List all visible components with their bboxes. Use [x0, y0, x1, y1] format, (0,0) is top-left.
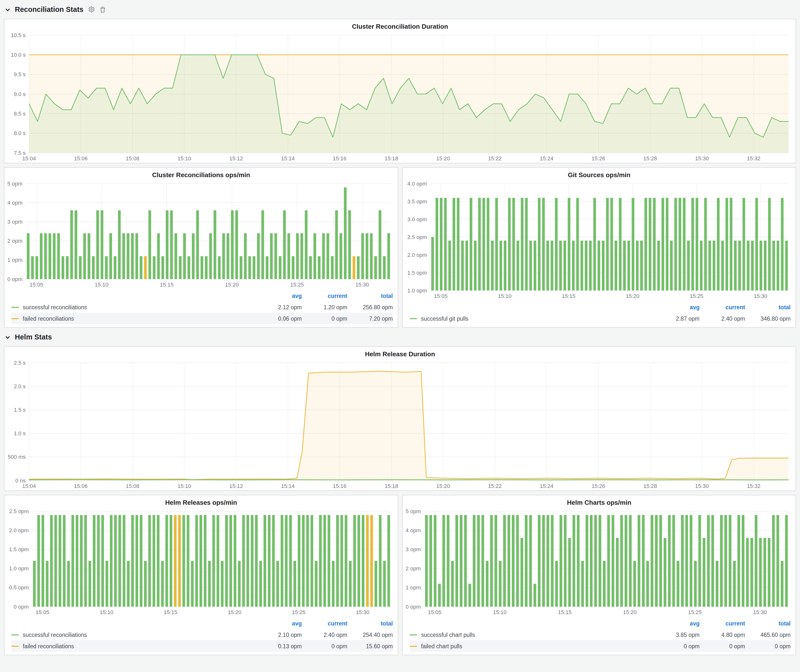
svg-text:1 opm: 1 opm [7, 257, 22, 263]
legend-col-total[interactable]: total [745, 304, 790, 310]
svg-text:0 opm: 0 opm [14, 604, 29, 610]
legend-current-value: 0 opm [302, 315, 347, 322]
svg-text:2 opm: 2 opm [406, 565, 421, 571]
svg-text:5 opm: 5 opm [406, 508, 421, 514]
svg-text:15:10: 15:10 [178, 483, 191, 489]
svg-text:15:14: 15:14 [281, 483, 294, 489]
svg-text:15:30: 15:30 [695, 483, 709, 489]
svg-text:2 opm: 2 opm [7, 238, 22, 244]
svg-text:4.0 opm: 4.0 opm [407, 181, 427, 187]
svg-text:15:05: 15:05 [30, 282, 43, 288]
panel-git-sources: Git Sources ops/min 4.0 opm3.5 opm3.0 op… [402, 167, 796, 328]
svg-text:15:15: 15:15 [562, 293, 575, 299]
legend-col-total[interactable]: total [745, 620, 790, 626]
svg-text:1.5 opm: 1.5 opm [9, 546, 29, 552]
legend-col-current[interactable]: current [699, 304, 745, 310]
svg-text:5 opm: 5 opm [7, 181, 22, 187]
panel-cluster-reconciliation-duration: Cluster Reconciliation Duration 10.5 s10… [4, 19, 796, 163]
helm-charts-chart[interactable]: 5 opm4 opm3 opm2 opm1 opm0 opm15:0515:10… [404, 508, 792, 617]
legend-avg-value: 0.13 opm [256, 643, 302, 649]
svg-text:15:10: 15:10 [95, 282, 108, 288]
legend-col-current[interactable]: current [699, 620, 745, 626]
row-header-helm-stats[interactable]: Helm Stats [4, 331, 796, 342]
svg-text:0 ns: 0 ns [15, 478, 26, 484]
panel-helm-release-duration: Helm Release Duration 2.5 s2.0 s1.5 s1.0… [4, 346, 796, 491]
legend: avg current total successful git pulls 2… [403, 300, 795, 327]
helm-release-duration-chart[interactable]: 2.5 s2.0 s1.5 s1.0 s500 ms0 ns15:0415:06… [5, 360, 792, 490]
svg-text:15:08: 15:08 [126, 155, 139, 162]
svg-text:15:26: 15:26 [592, 155, 605, 162]
row-header-reconciliation-stats[interactable]: Reconciliation Stats [4, 4, 796, 15]
dashboard: Reconciliation Stats Cluster Reconciliat… [0, 0, 800, 672]
legend-current-value: 0 opm [302, 643, 347, 649]
legend-current-value: 1.20 opm [302, 304, 347, 310]
gear-icon[interactable] [88, 6, 95, 13]
legend-col-avg[interactable]: avg [654, 620, 699, 626]
svg-text:15:18: 15:18 [385, 155, 398, 162]
svg-text:15:20: 15:20 [225, 282, 239, 288]
section-title: Reconciliation Stats [15, 5, 83, 13]
legend-avg-value: 2.10 opm [256, 632, 302, 638]
legend-label[interactable]: successful chart pulls [421, 632, 475, 638]
legend-col-total[interactable]: total [347, 293, 393, 299]
svg-text:1.5 s: 1.5 s [14, 407, 26, 413]
svg-text:2.5 s: 2.5 s [14, 360, 26, 366]
svg-text:15:16: 15:16 [333, 483, 346, 489]
svg-text:15:12: 15:12 [229, 155, 243, 162]
panel-title[interactable]: Cluster Reconciliation Duration [5, 19, 795, 31]
panel-title[interactable]: Git Sources ops/min [403, 168, 795, 180]
legend-header-row: avg current total [410, 301, 790, 313]
chevron-down-icon[interactable] [5, 334, 10, 340]
legend-header-row: avg current total [11, 290, 393, 301]
legend-header-row: avg current total [11, 618, 393, 629]
svg-text:15:10: 15:10 [498, 293, 512, 299]
svg-text:15:25: 15:25 [292, 609, 306, 615]
svg-text:10.0 s: 10.0 s [11, 52, 26, 58]
legend-label[interactable]: successful git pulls [421, 315, 469, 322]
legend-label[interactable]: failed chart pulls [421, 643, 462, 649]
legend-label[interactable]: failed reconciliations [23, 643, 74, 649]
svg-text:15:05: 15:05 [434, 293, 448, 299]
series-color-dash [11, 634, 19, 635]
series-color-dash [410, 634, 417, 635]
legend-col-current[interactable]: current [302, 620, 347, 626]
helm-releases-chart[interactable]: 2.5 opm2.0 opm1.5 opm1.0 opm0.5 opm0 opm… [5, 508, 394, 617]
svg-text:2.0 opm: 2.0 opm [407, 252, 427, 258]
trash-icon[interactable] [99, 6, 106, 13]
svg-text:1.0 opm: 1.0 opm [9, 565, 29, 571]
svg-text:15:22: 15:22 [488, 483, 502, 489]
series-color-dash [410, 318, 417, 319]
git-sources-chart[interactable]: 4.0 opm3.5 opm3.0 opm2.5 opm2.0 opm1.5 o… [404, 181, 792, 300]
legend-col-avg[interactable]: avg [654, 304, 699, 310]
legend-row-successful: successful reconciliations 2.10 opm 2.40… [11, 629, 393, 640]
legend-col-current[interactable]: current [302, 293, 347, 299]
panel-helm-releases: Helm Releases ops/min 2.5 opm2.0 opm1.5 … [4, 495, 398, 655]
cluster-reconciliations-chart[interactable]: 5 opm4 opm3 opm2 opm1 opm0 opm15:0515:10… [5, 181, 394, 289]
cluster-reconciliation-duration-chart[interactable]: 10.5 s10.0 s9.5 s9.0 s8.5 s8.0 s7.5 s15:… [5, 32, 792, 163]
chevron-down-icon[interactable] [5, 7, 10, 12]
svg-text:1 opm: 1 opm [406, 584, 421, 590]
svg-text:8.0 s: 8.0 s [14, 130, 26, 136]
legend-col-total[interactable]: total [347, 620, 393, 626]
svg-text:15:25: 15:25 [690, 293, 703, 299]
legend-total-value: 256.80 opm [347, 304, 393, 310]
svg-text:15:12: 15:12 [229, 483, 243, 489]
legend-label[interactable]: failed reconciliations [23, 315, 74, 322]
svg-text:15:20: 15:20 [623, 609, 637, 615]
panel-title[interactable]: Helm Release Duration [5, 347, 795, 359]
series-color-dash [11, 318, 19, 319]
svg-text:15:10: 15:10 [493, 609, 507, 615]
svg-text:15:28: 15:28 [643, 155, 657, 162]
legend-label[interactable]: successful reconciliations [23, 304, 87, 310]
svg-text:15:08: 15:08 [126, 483, 139, 489]
legend-col-avg[interactable]: avg [256, 293, 302, 299]
svg-text:15:15: 15:15 [160, 282, 173, 288]
panel-title[interactable]: Helm Charts ops/min [403, 495, 795, 507]
legend-col-avg[interactable]: avg [256, 620, 302, 626]
svg-text:9.5 s: 9.5 s [14, 71, 26, 77]
panel-title[interactable]: Cluster Reconciliations ops/min [5, 168, 398, 180]
svg-text:15:22: 15:22 [488, 155, 502, 162]
svg-text:15:10: 15:10 [100, 609, 113, 615]
legend-label[interactable]: successful reconciliations [23, 632, 87, 638]
panel-title[interactable]: Helm Releases ops/min [5, 495, 398, 507]
